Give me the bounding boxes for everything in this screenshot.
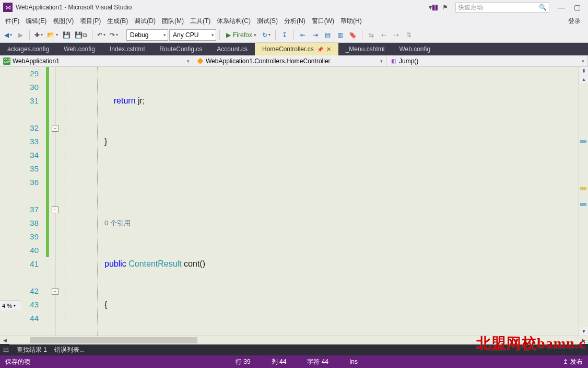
comment-button[interactable]: ▤ <box>322 29 334 41</box>
errorlist-tab[interactable]: 错误列表... <box>54 346 85 354</box>
scroll-right-icon[interactable]: ▶ <box>579 336 588 344</box>
nav-fwd-button[interactable]: ▶ <box>15 29 26 41</box>
tab-packages-config[interactable]: ackages.config <box>0 43 56 55</box>
class-icon: 🔶 <box>196 58 204 65</box>
vertical-scrollbar[interactable]: ⬍ ▲ ▼ <box>579 67 588 336</box>
indent-in-button[interactable]: ⇥ <box>310 29 321 41</box>
save-all-button[interactable]: 💾⧉ <box>73 29 89 41</box>
filter-icon[interactable]: ▼1 <box>427 2 438 13</box>
search-icon: 🔍 <box>539 4 547 11</box>
window-title: WebApplication1 - Microsoft Visual Studi… <box>16 4 132 11</box>
play-icon: ▶ <box>226 31 231 39</box>
tool-window-tabs: 出 查找结果 1 错误列表... <box>0 344 588 355</box>
menu-file[interactable]: 件(F) <box>2 15 22 27</box>
fold-node-icon[interactable]: − <box>52 125 58 132</box>
menu-architecture[interactable]: 体系结构(C) <box>214 15 254 27</box>
horizontal-scrollbar[interactable]: ◀ ▶ <box>0 336 588 344</box>
nav-project-select[interactable]: C#WebApplication1▾ <box>0 55 193 66</box>
zoom-select[interactable]: 4 % <box>0 300 21 310</box>
tool-c-button[interactable]: ⇢ <box>391 29 402 41</box>
csharp-icon: C# <box>3 58 10 65</box>
tab-routeconfig-cs[interactable]: RouteConfig.cs <box>152 43 209 55</box>
menu-help[interactable]: 帮助(H) <box>337 15 365 27</box>
undo-button[interactable]: ↶ <box>96 29 107 41</box>
status-col: 列 44 <box>272 358 287 366</box>
start-debug-button[interactable]: ▶Firefox▾ <box>223 29 260 41</box>
upload-icon: ↥ <box>563 358 568 365</box>
menu-build[interactable]: 生成(B) <box>104 15 131 27</box>
menu-edit[interactable]: 编辑(E) <box>22 15 50 27</box>
menu-tools[interactable]: 工具(T) <box>187 15 214 27</box>
nav-class-select[interactable]: 🔶WebApplication1.Controllers.HomeControl… <box>193 55 386 66</box>
notifications-icon[interactable]: ⚑ <box>440 2 450 13</box>
tab-web-config[interactable]: Web.config <box>56 43 102 55</box>
step-into-button[interactable]: ↧ <box>279 29 290 41</box>
save-button[interactable]: 💾 <box>61 29 72 41</box>
document-tabs: ackages.config Web.config Index.cshtml R… <box>0 43 588 55</box>
tool-b-button[interactable]: ⇠ <box>378 29 390 41</box>
status-bar: 保存的项 行 39 列 44 字符 44 Ins ↥发布 <box>0 355 588 368</box>
maximize-button[interactable]: ▢ <box>569 1 585 14</box>
tool-a-button[interactable]: ⇆ <box>366 29 377 41</box>
scroll-down-icon[interactable]: ▼ <box>580 327 588 336</box>
nav-dropdowns: C#WebApplication1▾ 🔶WebApplication1.Cont… <box>0 55 588 67</box>
tab-index-cshtml[interactable]: Index.cshtml <box>102 43 152 55</box>
close-icon[interactable]: ✕ <box>326 46 331 53</box>
menu-test[interactable]: 测试(S) <box>254 15 281 27</box>
vs-logo-icon: ⋈ <box>3 3 13 12</box>
tab-homecontroller-cs[interactable]: HomeController.cs📌✕ <box>255 43 338 55</box>
output-tab[interactable]: 出 <box>3 346 9 354</box>
minimize-button[interactable]: — <box>554 1 569 14</box>
title-bar: ⋈ WebApplication1 - Microsoft Visual Stu… <box>0 0 588 15</box>
scroll-thumb[interactable] <box>30 337 197 343</box>
fold-node-icon[interactable]: − <box>52 288 58 295</box>
split-icon[interactable]: ⬍ <box>580 67 588 75</box>
code-editor[interactable]: 293031 3233343536 3738394041 424344 − − … <box>0 67 588 336</box>
outlining-margin[interactable]: − − − <box>50 67 61 336</box>
status-ins: Ins <box>349 358 358 365</box>
menu-analyze[interactable]: 分析(N) <box>281 15 309 27</box>
publish-button[interactable]: ↥发布 <box>563 358 583 366</box>
tool-d-button[interactable]: ⇅ <box>403 29 415 41</box>
menu-window[interactable]: 窗口(W) <box>309 15 337 27</box>
tab-account-cs[interactable]: Account.cs <box>209 43 255 55</box>
change-margin <box>45 67 50 336</box>
new-project-button[interactable]: ✚ <box>33 29 44 41</box>
redo-button[interactable]: ↷ <box>108 29 120 41</box>
open-file-button[interactable]: 📂 <box>45 29 60 41</box>
code-content[interactable]: return jr; } 0 个引用 public ContentResult … <box>102 67 579 336</box>
line-number-gutter: 293031 3233343536 3738394041 424344 <box>0 67 45 336</box>
status-line: 行 39 <box>236 358 251 366</box>
bookmark-button[interactable]: 🔖 <box>347 29 359 41</box>
menu-team[interactable]: 团队(M) <box>159 15 187 27</box>
menu-bar: 件(F) 编辑(E) 视图(V) 项目(P) 生成(B) 调试(D) 团队(M)… <box>0 15 588 27</box>
config-select[interactable]: Debug <box>126 29 168 41</box>
method-icon: ◧ <box>390 58 397 65</box>
indent-guides <box>61 67 102 336</box>
nav-back-button[interactable]: ◀ <box>2 29 14 41</box>
scroll-up-icon[interactable]: ▲ <box>580 75 588 84</box>
pin-icon[interactable]: 📌 <box>317 47 323 52</box>
uncomment-button[interactable]: ▥ <box>335 29 346 41</box>
status-saved: 保存的项 <box>5 358 30 366</box>
signin-link[interactable]: 登录 <box>565 15 586 27</box>
main-toolbar: ◀ ▶ ✚ 📂 💾 💾⧉ ↶ ↷ Debug Any CPU ▶Firefox▾… <box>0 27 588 43</box>
scroll-left-icon[interactable]: ◀ <box>0 336 9 344</box>
menu-debug[interactable]: 调试(D) <box>131 15 159 27</box>
tab-web-config-2[interactable]: Web.config <box>392 43 438 55</box>
findresults-tab[interactable]: 查找结果 1 <box>17 346 47 354</box>
menu-project[interactable]: 项目(P) <box>77 15 104 27</box>
quick-launch-input[interactable]: 快速启动 🔍 <box>455 2 549 13</box>
status-char: 字符 44 <box>307 358 328 366</box>
menu-view[interactable]: 视图(V) <box>50 15 77 27</box>
indent-out-button[interactable]: ⇤ <box>297 29 309 41</box>
browser-link-button[interactable]: ↻ <box>261 29 272 41</box>
nav-member-select[interactable]: ◧Jump()▾ <box>386 55 588 66</box>
fold-node-icon[interactable]: − <box>52 206 58 213</box>
tab-menu-cshtml[interactable]: _Menu.cshtml <box>338 43 392 55</box>
quick-launch-placeholder: 快速启动 <box>458 3 483 12</box>
platform-select[interactable]: Any CPU <box>169 29 216 41</box>
